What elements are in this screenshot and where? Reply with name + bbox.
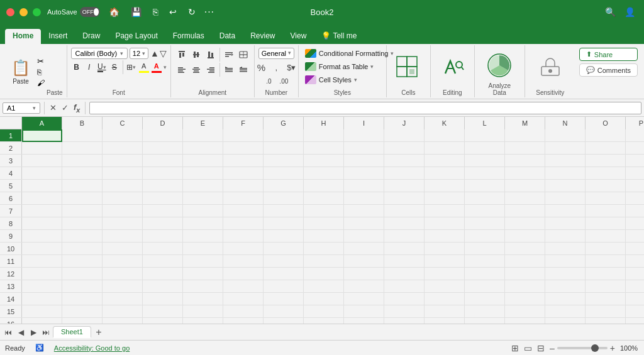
font-increase-button[interactable]: ▲ — [150, 49, 159, 58]
list-item[interactable] — [103, 167, 143, 180]
search-icon[interactable]: 🔍 — [602, 6, 618, 18]
list-item[interactable] — [586, 243, 626, 255]
list-item[interactable] — [264, 230, 304, 243]
tab-pagelayout[interactable]: Page Layout — [108, 29, 165, 44]
list-item[interactable] — [505, 243, 545, 255]
list-item[interactable] — [304, 167, 344, 180]
list-item[interactable] — [344, 217, 384, 230]
sheet-nav-next[interactable]: ▶ — [28, 327, 39, 338]
list-item[interactable] — [626, 230, 644, 243]
col-header-o[interactable]: O — [586, 117, 626, 129]
row-number[interactable]: 14 — [0, 293, 22, 305]
list-item[interactable] — [304, 243, 344, 255]
home-icon[interactable]: 🏠 — [106, 6, 122, 18]
list-item[interactable] — [425, 293, 465, 305]
list-item[interactable] — [384, 305, 425, 318]
list-item[interactable] — [505, 180, 545, 192]
list-item[interactable] — [384, 230, 425, 243]
list-item[interactable] — [264, 129, 304, 142]
list-item[interactable] — [143, 217, 183, 230]
list-item[interactable] — [425, 230, 465, 243]
list-item[interactable] — [22, 280, 62, 293]
list-item[interactable] — [62, 280, 103, 293]
list-item[interactable] — [425, 192, 465, 205]
decrease-indent-button[interactable] — [222, 63, 236, 77]
list-item[interactable] — [465, 192, 505, 205]
tab-formulas[interactable]: Formulas — [165, 29, 212, 44]
list-item[interactable] — [183, 167, 223, 180]
list-item[interactable] — [22, 167, 62, 180]
list-item[interactable] — [183, 180, 223, 192]
list-item[interactable] — [626, 217, 644, 230]
list-item[interactable] — [143, 205, 183, 217]
list-item[interactable] — [545, 305, 586, 318]
comments-button[interactable]: 💬 Comments — [579, 63, 638, 77]
list-item[interactable] — [264, 255, 304, 268]
list-item[interactable] — [586, 305, 626, 318]
list-item[interactable] — [344, 293, 384, 305]
list-item[interactable] — [22, 155, 62, 167]
list-item[interactable] — [545, 167, 586, 180]
list-item[interactable] — [183, 230, 223, 243]
list-item[interactable] — [183, 268, 223, 280]
align-left-button[interactable] — [175, 63, 189, 77]
col-header-d[interactable]: D — [143, 117, 183, 129]
fill-color-button[interactable]: A — [138, 60, 150, 74]
list-item[interactable] — [425, 167, 465, 180]
list-item[interactable] — [465, 230, 505, 243]
list-item[interactable] — [103, 318, 143, 324]
list-item[interactable] — [304, 293, 344, 305]
list-item[interactable] — [384, 280, 425, 293]
col-header-e[interactable]: E — [183, 117, 223, 129]
list-item[interactable] — [586, 192, 626, 205]
list-item[interactable] — [264, 305, 304, 318]
list-item[interactable] — [384, 293, 425, 305]
list-item[interactable] — [304, 155, 344, 167]
list-item[interactable] — [384, 318, 425, 324]
list-item[interactable] — [344, 180, 384, 192]
list-item[interactable] — [62, 293, 103, 305]
list-item[interactable] — [344, 192, 384, 205]
list-item[interactable] — [384, 255, 425, 268]
list-item[interactable] — [62, 305, 103, 318]
align-center-button[interactable] — [189, 63, 203, 77]
accessibility-status[interactable]: Accessibility: Good to go — [54, 344, 130, 352]
row-number[interactable]: 7 — [0, 205, 22, 217]
list-item[interactable] — [223, 167, 264, 180]
list-item[interactable] — [223, 318, 264, 324]
list-item[interactable] — [143, 280, 183, 293]
list-item[interactable] — [505, 230, 545, 243]
list-item[interactable] — [62, 192, 103, 205]
list-item[interactable] — [264, 217, 304, 230]
list-item[interactable] — [103, 155, 143, 167]
list-item[interactable] — [223, 305, 264, 318]
page-layout-icon[interactable]: ▭ — [524, 343, 532, 353]
list-item[interactable] — [62, 142, 103, 155]
list-item[interactable] — [62, 230, 103, 243]
list-item[interactable] — [103, 180, 143, 192]
list-item[interactable] — [22, 293, 62, 305]
list-item[interactable] — [586, 230, 626, 243]
list-item[interactable] — [223, 129, 264, 142]
add-sheet-button[interactable]: + — [92, 326, 105, 339]
list-item[interactable] — [626, 305, 644, 318]
col-header-k[interactable]: K — [425, 117, 465, 129]
list-item[interactable] — [304, 305, 344, 318]
list-item[interactable] — [62, 155, 103, 167]
list-item[interactable] — [626, 255, 644, 268]
sheet-nav-last[interactable]: ⏭ — [40, 327, 52, 338]
list-item[interactable] — [626, 293, 644, 305]
list-item[interactable] — [425, 217, 465, 230]
list-item[interactable] — [384, 155, 425, 167]
zoom-in-icon[interactable]: + — [610, 343, 615, 353]
list-item[interactable] — [344, 155, 384, 167]
list-item[interactable] — [304, 268, 344, 280]
zoom-slider[interactable] — [557, 347, 608, 349]
list-item[interactable] — [264, 268, 304, 280]
list-item[interactable] — [586, 167, 626, 180]
tab-review[interactable]: Review — [243, 29, 282, 44]
list-item[interactable] — [22, 180, 62, 192]
list-item[interactable] — [626, 205, 644, 217]
row-number[interactable]: 2 — [0, 142, 22, 154]
list-item[interactable] — [22, 205, 62, 217]
